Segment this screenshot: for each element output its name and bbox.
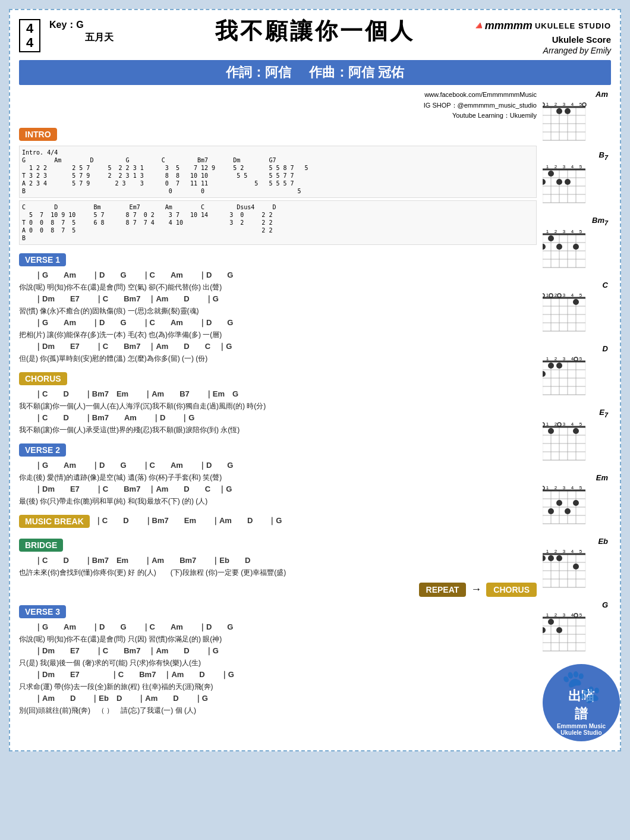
- verse3-label: VERSE 3: [19, 605, 66, 618]
- chord-c-name: C: [543, 281, 611, 290]
- chord-c: C 1 2 3 4 5: [543, 281, 611, 338]
- verse2-lyric1: 你走(後) 愛(情)的遺跡(像)是空(城) 遺(落) 你(杯)子手套(和) 笑(…: [19, 472, 537, 483]
- verse1-lyric4: 但(是) 你(孤)單時刻(安)慰的體(溫) 怎(麼)為你多(留) (一) (份): [19, 353, 537, 364]
- verse1-chord2: ｜Dm E7 ｜C Bm7 ｜Am D ｜G: [19, 294, 537, 304]
- chord-g-name: G: [543, 600, 611, 609]
- svg-point-110: [543, 423, 544, 426]
- svg-point-91: [574, 357, 578, 361]
- svg-point-55: [556, 244, 562, 250]
- verse3-lyric3: 只求命(運) 帶(你)去一段(全)新的旅(程) 往(幸)福的天(涯)飛(奔): [19, 681, 537, 692]
- svg-point-133: [565, 508, 571, 514]
- arranged-by: Arranged by Emily: [472, 46, 611, 55]
- verse3-section: VERSE 3 ｜G Am ｜D G ｜C Am ｜D G 你說(呢) 明(知)…: [19, 602, 537, 716]
- svg-point-93: [556, 363, 562, 369]
- chord-eb: Eb 1 2 3 4 5: [543, 537, 611, 594]
- verse3-lyric1: 你說(呢) 明(知)你不在(還)是會(問) 只(因) 習(慣)你滿足(的) 眼(…: [19, 634, 537, 644]
- verse3-chord2: ｜Dm E7 ｜C Bm7 ｜Am D ｜G: [19, 646, 537, 656]
- ig-link: IG SHOP：@emmmmm_music_studio: [19, 100, 537, 111]
- musicbreak-label: MUSIC BREAK: [19, 515, 90, 528]
- svg-point-150: [548, 555, 554, 561]
- intro-label: INTRO: [19, 128, 57, 141]
- svg-point-34: [548, 171, 554, 177]
- svg-point-152: [573, 564, 579, 570]
- header-right: 🔺mmmmm UKULELE STUDIO Ukulele Score Arra…: [472, 19, 611, 55]
- paw-studio2: Ukulele Studio: [560, 729, 601, 736]
- paw-studio1: Emmmmm Music: [557, 723, 606, 729]
- chorus-label: CHORUS: [19, 372, 67, 385]
- chord-eb-svg: 1 2 3 4 5: [543, 547, 602, 594]
- svg-point-171: [556, 627, 562, 633]
- svg-point-129: [543, 486, 544, 490]
- svg-point-112: [548, 428, 554, 434]
- musicbreak-section: MUSIC BREAK ｜C D ｜Bm7 Em ｜Am D ｜G: [19, 511, 537, 530]
- music-break-line: MUSIC BREAK ｜C D ｜Bm7 Em ｜Am D ｜G: [19, 511, 537, 530]
- verse2-section: VERSE 2 ｜G Am ｜D G ｜C Am ｜D G 你走(後) 愛(情)…: [19, 440, 537, 506]
- composer: 作曲：阿信 冠佑: [309, 65, 404, 80]
- score-area: www.facebook.com/EmmmmmmMusic IG SHOP：@e…: [19, 90, 537, 741]
- verse2-chord2: ｜Dm E7 ｜C Bm7 ｜Am D C ｜G: [19, 484, 537, 495]
- verse2-label: VERSE 2: [19, 443, 66, 457]
- repeat-box: REPEAT: [419, 583, 467, 597]
- verse2-chord1: ｜G Am ｜D G ｜C Am ｜D G: [19, 460, 537, 471]
- svg-point-37: [565, 179, 571, 185]
- svg-point-18: [565, 108, 571, 114]
- svg-point-92: [548, 363, 554, 369]
- time-sig-bottom: 4: [23, 36, 37, 50]
- content-area: www.facebook.com/EmmmmmmMusic IG SHOP：@e…: [19, 90, 611, 741]
- verse1-section: VERSE 1 ｜G Am ｜D G ｜C Am ｜D G 你說(呢) 明(知)…: [19, 250, 537, 364]
- svg-point-56: [573, 244, 579, 250]
- svg-point-35: [543, 179, 546, 185]
- repeat-arrow: REPEAT → CHORUS: [19, 583, 537, 597]
- key-artist: Key：G 五月天: [49, 19, 114, 44]
- chord-g: G 1 2 3 4 5: [543, 600, 611, 658]
- chord-em-name: Em: [543, 473, 611, 482]
- verse1-label: VERSE 1: [19, 253, 66, 266]
- svg-point-94: [543, 371, 546, 377]
- chord-c-svg: 1 2 3 4 5: [543, 291, 602, 338]
- musicbreak-chords: ｜C D ｜Bm7 Em ｜Am D ｜G: [94, 515, 282, 526]
- chord-b7-name: B7: [543, 150, 611, 161]
- bridge-label: BRIDGE: [19, 539, 63, 552]
- time-sig-top: 4: [23, 21, 37, 36]
- studio-title: 🔺mmmmm UKULELE STUDIO: [472, 19, 611, 32]
- song-title: 我不願讓你一個人: [215, 16, 415, 46]
- lyricist: 作詞：阿信: [226, 65, 291, 80]
- svg-point-130: [556, 500, 562, 506]
- svg-point-53: [548, 235, 554, 241]
- credits-bar: 作詞：阿信 作曲：阿信 冠佑: [19, 60, 611, 85]
- chord-b7-svg: 1 2 3 4 5: [543, 162, 602, 210]
- chorus-chord2: ｜C D ｜Bm7 Am ｜D ｜G: [19, 413, 537, 423]
- chord-diagrams: Am 1 2 3 4 5: [543, 90, 611, 741]
- paw-logo: 🐾 出喵 譜 Emmmmm Music Ukulele Studio: [543, 664, 611, 741]
- chord-d-svg: 1 2 3 4 5: [543, 354, 602, 402]
- main-container: 4 4 Key：G 五月天 我不願讓你一個人 🔺mmmmm UKULELE ST…: [9, 9, 621, 751]
- svg-point-75: [573, 299, 579, 305]
- verse1-lyric2: 習(慣) 像(永)不癒合(的)固執傷(痕) 一(思)念就撕(裂)靈(魂): [19, 306, 537, 316]
- verse1-chord3: ｜G Am ｜D G ｜C Am ｜D G: [19, 317, 537, 328]
- verse3-chord3: ｜Dm E7 ｜C Bm7 ｜Am D ｜G: [19, 669, 537, 680]
- verse1-chord4: ｜Dm E7 ｜C Bm7 ｜Am D C ｜G: [19, 341, 537, 352]
- svg-point-149: [543, 555, 546, 561]
- svg-point-54: [543, 244, 546, 250]
- chorus-section: CHORUS ｜C D ｜Bm7 Em ｜Am B7 ｜Em G 我不願(讓)你…: [19, 369, 537, 435]
- svg-point-36: [556, 179, 562, 185]
- chord-eb-name: Eb: [543, 537, 611, 546]
- svg-point-73: [549, 294, 553, 297]
- time-signature: 4 4: [19, 19, 40, 52]
- bridge-chord1: ｜C D ｜Bm7 Em ｜Am Bm7 ｜Eb D: [19, 555, 537, 566]
- chord-e7-name: E7: [543, 408, 611, 419]
- header: 4 4 Key：G 五月天 我不願讓你一個人 🔺mmmmm UKULELE ST…: [19, 19, 611, 55]
- paw-icon: 🐾: [561, 667, 602, 706]
- chord-e7: E7 1 2 3 4 5: [543, 408, 611, 467]
- chorus-box: CHORUS: [486, 583, 537, 597]
- paw-text-score: 譜: [575, 705, 588, 723]
- bridge-section: BRIDGE ｜C D ｜Bm7 Em ｜Am Bm7 ｜Eb D 也許未來(你…: [19, 535, 537, 597]
- chord-am-name: Am: [543, 90, 611, 99]
- svg-point-169: [548, 619, 554, 625]
- svg-point-15: [543, 103, 544, 106]
- header-left: 4 4 Key：G 五月天: [19, 19, 114, 52]
- svg-point-131: [573, 500, 579, 506]
- chorus-lyric1: 我不願(讓)你一個(人)一個人(在)人海浮(沉)我不願(你)獨自走(過)風雨(的…: [19, 401, 537, 411]
- youtube-link: Youtube Learning：Ukuemily: [19, 111, 537, 121]
- svg-point-170: [543, 627, 546, 633]
